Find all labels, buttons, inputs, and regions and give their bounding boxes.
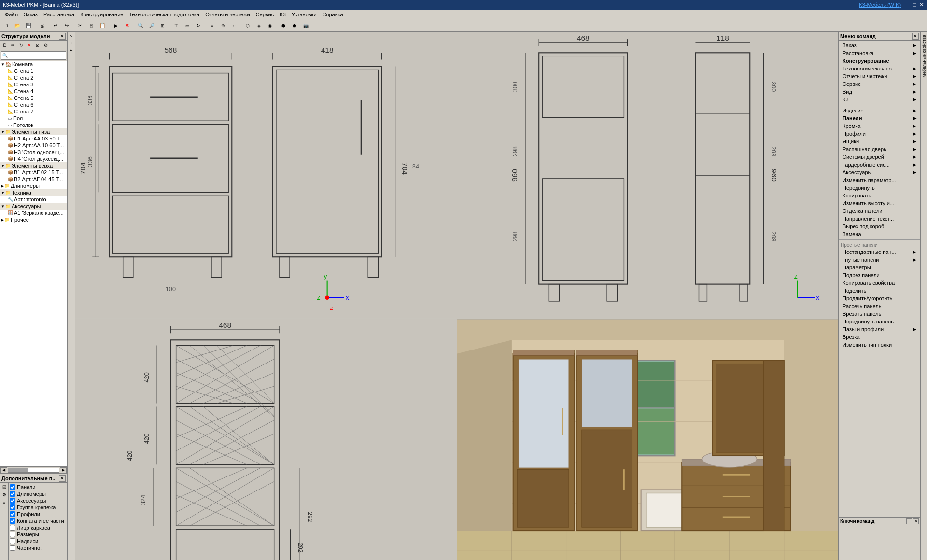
chk-gruppa-input[interactable] <box>10 504 15 510</box>
tree-item-v2[interactable]: 📦 В2 Арт.:АГ 04 45 Т... <box>0 176 67 182</box>
maximize-button[interactable]: □ <box>913 1 916 8</box>
tb-more1[interactable]: ⬡ <box>242 20 253 31</box>
menu-order[interactable]: Заказ <box>21 11 41 18</box>
tb-view-top[interactable]: ⊤ <box>171 20 182 31</box>
rmenu-peredvpanel[interactable]: Передвинуть панель <box>839 318 920 325</box>
rmenu-move[interactable]: Передвинуть <box>839 184 920 192</box>
tb-more5[interactable]: ⬟ <box>289 20 300 31</box>
tree-item-h1[interactable]: 📦 Н1 Арт.:АА 03 50 Т... <box>0 135 67 142</box>
add-panel-icon1[interactable]: ☑ <box>1 484 8 490</box>
rmenu-reports[interactable]: Отчеты и чертежи ▶ <box>839 72 920 80</box>
tree-item-wall7[interactable]: 📐 Стена 7 <box>0 108 67 115</box>
menu-file[interactable]: Файл <box>2 11 21 18</box>
tb-snap[interactable]: ⊕ <box>218 20 228 31</box>
tree-item-floor[interactable]: ▭ Пол <box>0 115 67 122</box>
tree-item-wall6[interactable]: 📐 Стена 6 <box>0 101 67 108</box>
rmenu-change-param[interactable]: Изменить параметр... <box>839 176 920 184</box>
tree-item-h3[interactable]: 📦 Н3 'Стол односекц... <box>0 149 67 155</box>
rmenu-napravtekst[interactable]: Направление текст... <box>839 215 920 223</box>
rmenu-zamena[interactable]: Замена <box>839 230 920 238</box>
chk-access-input[interactable] <box>10 498 15 504</box>
rmenu-change-height[interactable]: Изменить высоту и... <box>839 199 920 207</box>
menu-help[interactable]: Справка <box>320 11 346 18</box>
viewport-3d[interactable] <box>457 319 839 560</box>
tb-layers[interactable]: ≡ <box>207 20 217 31</box>
chk-panels-input[interactable] <box>10 484 15 490</box>
rmenu-vid[interactable]: Вид ▶ <box>839 88 920 96</box>
tree-item-v1[interactable]: 📦 В1 Арт.:АГ 02 15 Т... <box>0 169 67 176</box>
chk-profiles-input[interactable] <box>10 511 15 517</box>
tb-zoom-in[interactable]: 🔍 <box>135 20 146 31</box>
struct-tb-close2[interactable]: ⊠ <box>34 42 42 49</box>
tb-rotate[interactable]: ↻ <box>193 20 204 31</box>
chk-chastichno-input[interactable] <box>10 545 15 551</box>
tb-more3[interactable]: ◉ <box>265 20 275 31</box>
rmenu-rasstanovka[interactable]: Расстановка ▶ <box>839 49 920 57</box>
tb-redo[interactable]: ↪ <box>61 20 72 31</box>
tb-zoom-all[interactable]: ⊞ <box>157 20 168 31</box>
tb-zoom-out[interactable]: 🔎 <box>146 20 157 31</box>
struct-tb-edit[interactable]: ✏ <box>9 42 17 49</box>
tb-more4[interactable]: ⬢ <box>278 20 289 31</box>
right-menu-btn[interactable]: ✕ <box>912 33 919 40</box>
rmenu-raspdver[interactable]: Распашная дверь ▶ <box>839 145 920 153</box>
vtab-prop[interactable]: Мебельные свойства <box>921 32 927 81</box>
tb-camera[interactable]: 📷 <box>300 20 311 31</box>
tree-item-dlinomet[interactable]: ▶ 📁 Длиномеры <box>0 182 67 189</box>
keys-panel-close[interactable]: ✕ <box>913 518 919 524</box>
rmenu-copy-props[interactable]: Копировать свойства <box>839 279 920 287</box>
struct-tb-delete[interactable]: ✕ <box>26 42 33 49</box>
menu-service[interactable]: Сервис <box>253 11 277 18</box>
tree-item-wall2[interactable]: 📐 Стена 2 <box>0 74 67 81</box>
keys-panel-btn1[interactable]: _ <box>906 518 912 524</box>
rmenu-vrezka[interactable]: Врезка <box>839 333 920 341</box>
tree-scroll-left[interactable]: ◀ <box>0 467 7 473</box>
tree-item-verh[interactable]: ▼ 📁 Элементы верха <box>0 162 67 169</box>
left-tool-2[interactable]: ⊕ <box>68 40 74 46</box>
menu-settings[interactable]: Установки <box>289 11 320 18</box>
rmenu-accessories[interactable]: Аксессуары ▶ <box>839 168 920 176</box>
rmenu-konstruirovanie[interactable]: Конструирование <box>839 57 920 65</box>
tb-print[interactable]: 🖨 <box>37 20 47 31</box>
tb-view-front[interactable]: ▭ <box>182 20 193 31</box>
rmenu-vrezat[interactable]: Врезать панель <box>839 310 920 318</box>
struct-close-btn[interactable]: ✕ <box>59 33 66 40</box>
tree-item-wall4[interactable]: 📐 Стена 4 <box>0 88 67 95</box>
rmenu-podrez[interactable]: Подрез панели <box>839 271 920 279</box>
rmenu-vyrez-korob[interactable]: Вырез под короб <box>839 223 920 230</box>
add-panel-icon2[interactable]: ⚙ <box>1 491 8 498</box>
tb-new[interactable]: 🗋 <box>1 20 12 31</box>
close-button[interactable]: ✕ <box>919 1 924 8</box>
chk-dlinomet-input[interactable] <box>10 491 15 497</box>
rmenu-sistemdver[interactable]: Системы дверей ▶ <box>839 153 920 161</box>
left-tool-3[interactable]: ✦ <box>68 47 74 54</box>
chk-komnata-input[interactable] <box>10 518 15 524</box>
rmenu-nestand[interactable]: Нестандартные пан... ▶ <box>839 248 920 256</box>
tb-save[interactable]: 💾 <box>23 20 34 31</box>
tree-item-wall1[interactable]: 📐 Стена 1 <box>0 68 67 74</box>
rmenu-techprep[interactable]: Технологическая по... ▶ <box>839 65 920 72</box>
add-panel-icon3[interactable]: ≡ <box>1 499 8 506</box>
tree-item-wall3[interactable]: 📐 Стена 3 <box>0 81 67 88</box>
rmenu-servis[interactable]: Сервис ▶ <box>839 80 920 88</box>
chk-nadpisi-input[interactable] <box>10 538 15 544</box>
struct-tb-refresh[interactable]: ↻ <box>17 42 25 49</box>
menu-techprep[interactable]: Технологическая подготовка <box>126 11 202 18</box>
rmenu-gnutype[interactable]: Гнутые панели ▶ <box>839 256 920 264</box>
tree-scroll-right[interactable]: ▶ <box>60 467 67 473</box>
rmenu-parametry[interactable]: Параметры <box>839 264 920 271</box>
tree-item-mtoronto[interactable]: 🔧 Арт.:mtoronto <box>0 196 67 203</box>
rmenu-podelit[interactable]: Поделить <box>839 287 920 294</box>
rmenu-copy[interactable]: Копировать <box>839 192 920 199</box>
viewport-bottom-left[interactable]: 468 420 420 324 420 292 292 <box>75 319 457 560</box>
menu-reports[interactable]: Отчеты и чертежи <box>202 11 253 18</box>
rmenu-otdelka[interactable]: Отделка панели <box>839 207 920 215</box>
rmenu-izmentip[interactable]: Изменить тип полки <box>839 341 920 349</box>
rmenu-k3[interactable]: К3 ▶ <box>839 96 920 103</box>
tb-cut[interactable]: ✂ <box>75 20 85 31</box>
tb-select[interactable]: ▶ <box>111 20 121 31</box>
minimize-button[interactable]: – <box>907 1 910 8</box>
tree-item-a1[interactable]: 🪟 А1 'Зеркало кваде... <box>0 210 67 216</box>
tb-paste[interactable]: 📋 <box>97 20 108 31</box>
tree-item-tech[interactable]: ▼ 📁 Техника <box>0 189 67 196</box>
